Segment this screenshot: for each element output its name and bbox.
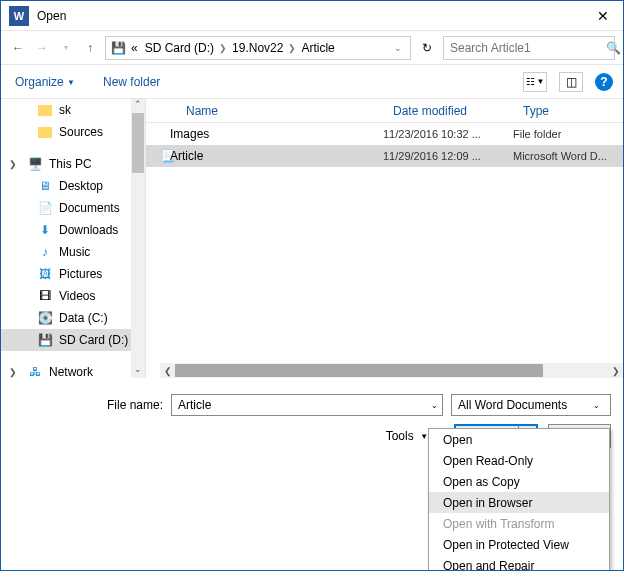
breadcrumb[interactable]: 💾 « SD Card (D:) ❯ 19.Nov22 ❯ Article ⌄ [105,36,411,60]
chevron-right-icon[interactable]: ❯ [288,43,296,53]
chevron-right-icon[interactable]: ❯ [9,159,17,169]
search-box[interactable]: 🔍 [443,36,615,60]
back-arrow-icon[interactable]: ← [9,41,27,55]
scroll-thumb[interactable] [175,364,543,377]
dialog-title: Open [37,9,583,23]
scroll-right-icon[interactable]: ❯ [608,366,623,376]
menu-open-with-transform: Open with Transform [429,513,609,534]
tree-item-music[interactable]: ♪Music [1,241,145,263]
open-dropdown-menu: Open Open Read-Only Open as Copy Open in… [428,428,610,571]
chevron-down-icon[interactable]: ⌄ [394,43,402,53]
tree-scrollbar[interactable]: ⌃ ⌄ [131,99,145,378]
tree-item-network[interactable]: ❯🖧Network [1,361,145,378]
drive-icon: 💾 [110,41,126,55]
breadcrumb-prefix: « [129,41,140,55]
tree-item-thispc[interactable]: ❯🖥️This PC [1,153,145,175]
scroll-left-icon[interactable]: ❮ [160,366,175,376]
list-item[interactable]: Images 11/23/2016 10:32 ... File folder [146,123,623,145]
music-icon: ♪ [37,245,53,259]
folder-tree[interactable]: sk Sources ❯🖥️This PC 🖥Desktop 📄Document… [1,99,146,378]
search-input[interactable] [444,41,606,55]
column-modified[interactable]: Date modified [383,104,513,118]
tree-item-datac[interactable]: 💽Data (C:) [1,307,145,329]
drive-icon: 💾 [37,333,53,347]
tree-item-documents[interactable]: 📄Documents [1,197,145,219]
word-doc-icon: 📃 [146,149,170,163]
refresh-icon[interactable]: ↻ [417,41,437,55]
videos-icon: 🎞 [37,289,53,303]
tree-item-downloads[interactable]: ⬇Downloads [1,219,145,241]
search-icon[interactable]: 🔍 [606,41,621,55]
chevron-right-icon[interactable]: ❯ [219,43,227,53]
chevron-right-icon[interactable]: ❯ [9,367,17,377]
filename-input-wrap[interactable]: ⌄ [171,394,443,416]
tree-item-sources[interactable]: Sources [1,121,145,143]
view-options-button[interactable]: ☷▼ [523,72,547,92]
file-type-filter[interactable]: All Word Documents ⌄ [451,394,611,416]
filename-label: File name: [13,398,163,412]
up-arrow-icon[interactable]: ↑ [81,41,99,55]
desktop-icon: 🖥 [37,179,53,193]
breadcrumb-seg-3[interactable]: Article [299,41,336,55]
menu-open-as-copy[interactable]: Open as Copy [429,471,609,492]
pictures-icon: 🖼 [37,267,53,281]
breadcrumb-seg-2[interactable]: 19.Nov22 [230,41,285,55]
menu-open-protected-view[interactable]: Open in Protected View [429,534,609,555]
downloads-icon: ⬇ [37,223,53,237]
scroll-up-icon[interactable]: ⌃ [131,99,145,113]
scroll-thumb[interactable] [132,113,144,173]
tree-item-desktop[interactable]: 🖥Desktop [1,175,145,197]
tree-item-pictures[interactable]: 🖼Pictures [1,263,145,285]
folder-icon [37,125,53,139]
list-item[interactable]: 📃 Article 11/29/2016 12:09 ... Microsoft… [146,145,623,167]
column-type[interactable]: Type [513,104,623,118]
tree-item-sdcard[interactable]: 💾SD Card (D:) [1,329,145,351]
preview-pane-button[interactable]: ◫ [559,72,583,92]
column-name[interactable]: Name [146,104,383,118]
folder-icon [37,103,53,117]
horizontal-scrollbar[interactable]: ❮ ❯ [160,363,623,378]
menu-open-and-repair[interactable]: Open and Repair [429,555,609,571]
help-icon[interactable]: ? [595,73,613,91]
menu-open-readonly[interactable]: Open Read-Only [429,450,609,471]
forward-arrow-icon: → [33,41,51,55]
chevron-down-icon[interactable]: ⌄ [426,401,442,410]
tree-item-sk[interactable]: sk [1,99,145,121]
menu-open[interactable]: Open [429,429,609,450]
close-icon[interactable]: ✕ [583,8,623,24]
drive-icon: 💽 [37,311,53,325]
pc-icon: 🖥️ [27,157,43,171]
network-icon: 🖧 [27,365,43,378]
documents-icon: 📄 [37,201,53,215]
recent-dropdown-icon[interactable]: ▾ [57,43,75,52]
filename-input[interactable] [172,398,426,412]
new-folder-button[interactable]: New folder [99,75,164,89]
organize-button[interactable]: Organize ▼ [11,75,79,89]
tools-dropdown[interactable]: Tools ▼ [386,429,429,443]
tree-item-videos[interactable]: 🎞Videos [1,285,145,307]
scroll-down-icon[interactable]: ⌄ [131,364,145,378]
menu-open-in-browser[interactable]: Open in Browser [429,492,609,513]
chevron-down-icon[interactable]: ⌄ [588,401,604,410]
word-app-icon: W [9,6,29,26]
breadcrumb-seg-1[interactable]: SD Card (D:) [143,41,216,55]
